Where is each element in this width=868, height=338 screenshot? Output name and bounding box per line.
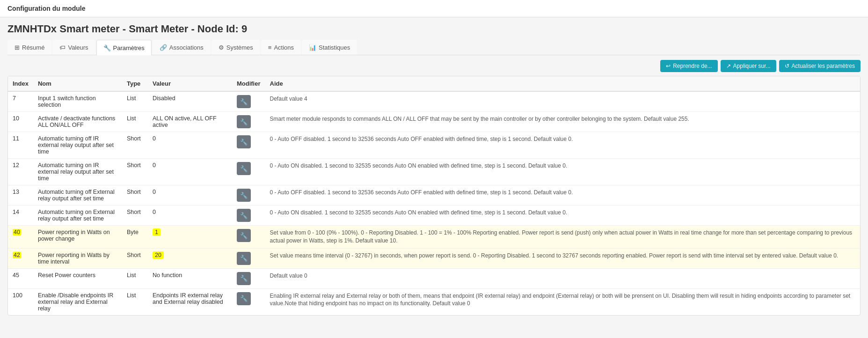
cell-index: 10 [8, 112, 33, 132]
cell-modifier: 🔧 [232, 288, 265, 315]
actualiser-icon: ↺ [785, 63, 789, 69]
cell-valeur: 0 [148, 185, 232, 206]
cell-aide: 0 - Auto OFF disabled. 1 second to 32536… [265, 132, 860, 159]
modifier-button[interactable]: 🔧 [237, 229, 251, 242]
appliquer-button[interactable]: ↗ Appliquer sur... [721, 60, 776, 72]
cell-aide: 0 - Auto ON disabled. 1 second to 32535 … [265, 159, 860, 185]
cell-valeur: 1 [148, 226, 232, 249]
chart-icon: 📊 [309, 44, 316, 51]
cell-valeur: 0 [148, 206, 232, 226]
parameters-table-container: Index Nom Type Valeur Modifier Aide 7Inp… [7, 76, 861, 316]
cell-nom: Power reporting in Watts by time interva… [33, 248, 122, 268]
th-aide: Aide [265, 76, 860, 91]
cell-type: Byte [122, 226, 148, 249]
link-icon: 🔗 [160, 44, 167, 51]
cell-type: Short [122, 206, 148, 226]
module-title: ZMNHTDx Smart meter - Smart Meter - Node… [7, 23, 861, 35]
cell-nom: Input 1 switch function selection [33, 91, 122, 112]
cell-index: 40 [8, 226, 33, 249]
th-index: Index [8, 76, 33, 91]
cell-nom: Activate / deactivate functions ALL ON/A… [33, 112, 122, 132]
cell-nom: Enable /Disable endpoints IR external re… [33, 288, 122, 315]
cell-nom: Automatic turning off External relay out… [33, 185, 122, 206]
cell-type: Short [122, 159, 148, 185]
cell-index: 100 [8, 288, 33, 315]
cell-type: Short [122, 248, 148, 268]
cell-modifier: 🔧 [232, 91, 265, 112]
tag-icon: 🏷 [59, 44, 66, 51]
cell-aide: Set value from 0 - 100 (0% - 100%). 0 - … [265, 226, 860, 249]
modifier-button[interactable]: 🔧 [237, 252, 251, 265]
modifier-button[interactable]: 🔧 [237, 162, 251, 175]
modifier-button[interactable]: 🔧 [237, 115, 251, 128]
gear-icon: ⚙ [219, 44, 224, 51]
cell-aide: Smart meter module responds to commands … [265, 112, 860, 132]
actualiser-button[interactable]: ↺ Actualiser les paramètres [779, 60, 861, 72]
tab-associations[interactable]: 🔗 Associations [153, 40, 211, 55]
cell-type: List [122, 112, 148, 132]
cell-valeur: ALL ON active, ALL OFF active [148, 112, 232, 132]
modifier-button[interactable]: 🔧 [237, 272, 251, 285]
cell-index: 42 [8, 248, 33, 268]
cell-valeur: 0 [148, 159, 232, 185]
cell-modifier: 🔧 [232, 268, 265, 288]
tab-valeurs[interactable]: 🏷 Valeurs [52, 40, 95, 55]
modifier-button[interactable]: 🔧 [237, 292, 251, 305]
modifier-button[interactable]: 🔧 [237, 209, 251, 222]
cell-modifier: 🔧 [232, 132, 265, 159]
cell-index: 7 [8, 91, 33, 112]
table-header-row: Index Nom Type Valeur Modifier Aide [8, 76, 860, 91]
parameters-table: Index Nom Type Valeur Modifier Aide 7Inp… [8, 76, 860, 315]
modifier-button[interactable]: 🔧 [237, 135, 251, 148]
cell-modifier: 🔧 [232, 226, 265, 249]
tab-resume[interactable]: ⊞ Résumé [7, 40, 51, 55]
table-row: 12Automatic turning on IR external relay… [8, 159, 860, 185]
resume-icon: ⊞ [15, 44, 20, 51]
table-row: 10Activate / deactivate functions ALL ON… [8, 112, 860, 132]
cell-modifier: 🔧 [232, 112, 265, 132]
list-icon: ≡ [268, 44, 272, 51]
cell-aide: Default value 4 [265, 91, 860, 112]
main-content: ZMNHTDx Smart meter - Smart Meter - Node… [0, 17, 868, 321]
reprendre-button[interactable]: ↩ Reprendre de... [660, 60, 717, 72]
cell-valeur: Disabled [148, 91, 232, 112]
tab-actions[interactable]: ≡ Actions [261, 40, 301, 55]
th-type: Type [122, 76, 148, 91]
cell-index: 11 [8, 132, 33, 159]
th-valeur: Valeur [148, 76, 232, 91]
page-title: Configuration du module [7, 5, 85, 12]
modifier-button[interactable]: 🔧 [237, 189, 251, 202]
cell-nom: Reset Power counters [33, 268, 122, 288]
tab-parametres[interactable]: 🔧 Paramètres [96, 40, 152, 55]
toolbar: ↩ Reprendre de... ↗ Appliquer sur... ↺ A… [7, 60, 861, 72]
wrench-icon: 🔧 [103, 44, 111, 51]
cell-type: List [122, 91, 148, 112]
table-row: 42Power reporting in Watts by time inter… [8, 248, 860, 268]
cell-valeur: No function [148, 268, 232, 288]
cell-nom: Automatic turning on External relay outp… [33, 206, 122, 226]
table-row: 14Automatic turning on External relay ou… [8, 206, 860, 226]
tab-systemes[interactable]: ⚙ Systèmes [212, 40, 260, 55]
appliquer-icon: ↗ [726, 63, 731, 69]
th-nom: Nom [33, 76, 122, 91]
cell-type: Short [122, 132, 148, 159]
table-row: 13Automatic turning off External relay o… [8, 185, 860, 206]
table-row: 11Automatic turning off IR external rela… [8, 132, 860, 159]
table-row: 40Power reporting in Watts on power chan… [8, 226, 860, 249]
table-row: 7Input 1 switch function selectionListDi… [8, 91, 860, 112]
cell-nom: Automatic turning on IR external relay o… [33, 159, 122, 185]
cell-nom: Power reporting in Watts on power change [33, 226, 122, 249]
cell-aide: 0 - Auto OFF disabled. 1 second to 32536… [265, 185, 860, 206]
cell-index: 14 [8, 206, 33, 226]
modifier-button[interactable]: 🔧 [237, 95, 251, 108]
cell-index: 45 [8, 268, 33, 288]
cell-valeur: 0 [148, 132, 232, 159]
cell-type: List [122, 268, 148, 288]
th-modifier: Modifier [232, 76, 265, 91]
tab-statistiques[interactable]: 📊 Statistiques [302, 40, 357, 55]
cell-index: 12 [8, 159, 33, 185]
cell-modifier: 🔧 [232, 206, 265, 226]
cell-aide: 0 - Auto ON disabled. 1 second to 32535 … [265, 206, 860, 226]
cell-modifier: 🔧 [232, 185, 265, 206]
cell-valeur: Endpoints IR external relay and External… [148, 288, 232, 315]
